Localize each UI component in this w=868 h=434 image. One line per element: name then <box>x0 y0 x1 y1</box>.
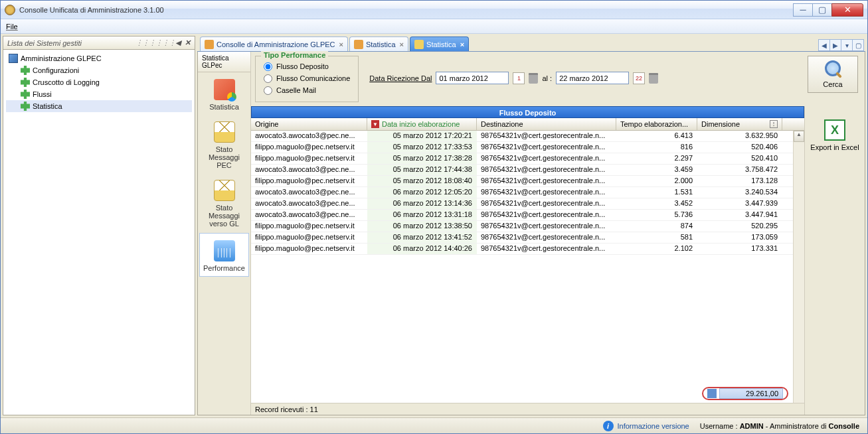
magnifier-icon <box>824 60 842 79</box>
category-bar: Statistica GLPec Statistica Stato Messag… <box>198 52 251 415</box>
date-to-input[interactable] <box>556 72 629 84</box>
table-body[interactable]: awocato3.awocato3@pec.ne...05 marzo 2012… <box>251 131 804 403</box>
clear-to-icon[interactable] <box>649 73 658 84</box>
table-row[interactable]: filippo.maguolo@pec.netserv.it05 marzo 2… <box>251 142 804 153</box>
group-legend: Tipo Performance <box>261 51 328 59</box>
radio-flusso-deposito[interactable]: Flusso Deposito <box>264 60 350 72</box>
col-destinazione[interactable]: Destinazione <box>477 118 616 130</box>
cat-stato-pec[interactable]: Stato Messaggi PEC <box>198 115 250 173</box>
close-button[interactable]: ✕ <box>831 3 863 17</box>
performance-icon <box>214 240 235 261</box>
statistics-icon <box>214 79 235 100</box>
radio-caselle-mail[interactable]: Caselle Mail <box>264 84 350 96</box>
cat-performance[interactable]: Performance <box>199 233 249 277</box>
column-picker-icon[interactable]: ⋮ <box>770 120 778 128</box>
total-value: 29.261,00 <box>719 388 783 399</box>
sort-desc-icon: ▼ <box>371 120 379 128</box>
tab-bar: Consolle di Amministrazione GLPEC × Stat… <box>197 36 865 52</box>
date-from-input[interactable] <box>436 72 509 84</box>
from-label: Data Ricezione Dal <box>369 74 432 82</box>
puzzle-icon <box>21 78 30 87</box>
col-dimensione[interactable]: Dimensione ⋮ <box>697 118 782 130</box>
tab-list-button[interactable]: ▾ <box>841 39 853 51</box>
system-icon <box>9 54 18 63</box>
collapse-icon[interactable]: ◀ <box>175 38 181 47</box>
total-box: 29.261,00 <box>702 387 788 400</box>
tab-next-button[interactable]: ▶ <box>829 39 841 51</box>
table-header: Origine ▼ Data inizio elaborazione Desti… <box>251 118 804 131</box>
menu-file[interactable]: File <box>6 23 18 31</box>
tab-icon <box>354 40 363 49</box>
col-data-inizio[interactable]: ▼ Data inizio elaborazione <box>367 118 477 130</box>
table-row[interactable]: filippo.maguolo@pec.netserv.it06 marzo 2… <box>251 221 804 232</box>
table-row[interactable]: filippo.maguolo@pec.netserv.it06 marzo 2… <box>251 232 804 244</box>
window-title: Consolle Unificata di Amministrazione 3.… <box>19 6 794 14</box>
puzzle-icon <box>21 90 30 99</box>
app-icon <box>5 5 15 15</box>
tree-root[interactable]: Amministrazione GLPEC <box>6 52 192 64</box>
table-row[interactable]: awocato3.awocato3@pec.ne...05 marzo 2012… <box>251 165 804 176</box>
tab-icon <box>414 40 424 49</box>
perf-type-group: Tipo Performance Flusso Deposito Flusso … <box>255 56 359 102</box>
tab-prev-button[interactable]: ◀ <box>818 39 830 51</box>
calendar-to-icon[interactable]: 22 <box>633 72 645 84</box>
category-header[interactable]: Statistica GLPec <box>198 52 250 72</box>
envelope-icon <box>214 121 235 143</box>
excel-icon <box>824 119 845 141</box>
tab-icon <box>205 40 214 49</box>
radio-flusso-comunicazione[interactable]: Flusso Comunicazione <box>264 72 350 84</box>
systems-panel-header: Lista dei Sistemi gestiti ⋮⋮⋮⋮⋮⋮ ◀ ✕ <box>3 36 195 50</box>
record-count: Record ricevuti : 11 <box>251 403 804 415</box>
app-window: Consolle Unificata di Amministrazione 3.… <box>0 0 868 434</box>
puzzle-icon <box>21 66 30 75</box>
puzzle-icon <box>21 102 30 111</box>
table-row[interactable]: filippo.maguolo@pec.netserv.it05 marzo 2… <box>251 153 804 165</box>
tab-close-icon[interactable]: × <box>460 40 464 48</box>
tree-item-cruscotto[interactable]: Cruscotto di Logging <box>6 76 192 88</box>
titlebar[interactable]: Consolle Unificata di Amministrazione 3.… <box>1 1 867 19</box>
col-origine[interactable]: Origine <box>251 118 367 130</box>
scroll-up-icon[interactable]: ▲ <box>794 131 804 142</box>
table-title: Flusso Deposito <box>251 106 804 118</box>
table-row[interactable]: filippo.maguolo@pec.netserv.it05 marzo 2… <box>251 176 804 187</box>
version-link[interactable]: Informazione versione <box>618 422 689 430</box>
panel-grip-icon[interactable]: ⋮⋮⋮⋮⋮⋮ <box>135 38 175 47</box>
filter-row: Tipo Performance Flusso Deposito Flusso … <box>251 52 865 106</box>
systems-panel: Lista dei Sistemi gestiti ⋮⋮⋮⋮⋮⋮ ◀ ✕ Amm… <box>3 36 195 415</box>
tab-statistica-2[interactable]: Statistica × <box>410 36 469 51</box>
username-label: Username : ADMIN - Amministratore di Con… <box>700 422 859 430</box>
to-label: al : <box>542 74 552 82</box>
table-row[interactable]: awocato3.awocato3@pec.ne...06 marzo 2012… <box>251 210 804 221</box>
menubar: File <box>1 19 867 34</box>
minimize-button[interactable]: ─ <box>793 3 813 17</box>
date-filter: Data Ricezione Dal 1 al : 22 <box>369 72 658 84</box>
calendar-from-icon[interactable]: 1 <box>513 72 525 84</box>
tab-max-button[interactable]: ▢ <box>852 39 864 51</box>
maximize-button[interactable]: ▢ <box>812 3 832 17</box>
statusbar: i Informazione versione Username : ADMIN… <box>1 417 867 433</box>
clear-from-icon[interactable] <box>529 73 538 84</box>
col-tempo[interactable]: Tempo elaborazion... <box>616 118 697 130</box>
tree-item-flussi[interactable]: Flussi <box>6 88 192 100</box>
info-icon[interactable]: i <box>603 421 614 431</box>
envelope-icon <box>214 180 235 201</box>
tab-close-icon[interactable]: × <box>339 40 343 48</box>
export-excel-button[interactable]: Export in Excel <box>809 119 861 151</box>
table-row[interactable]: awocato3.awocato3@pec.ne...05 marzo 2012… <box>251 131 804 142</box>
cat-statistica[interactable]: Statistica <box>198 72 250 115</box>
sum-icon <box>707 389 717 398</box>
tab-close-icon[interactable]: × <box>400 40 404 48</box>
cat-stato-gl[interactable]: Stato Messaggi verso GL <box>198 173 250 232</box>
systems-tree: Amministrazione GLPEC Configurazioni Cru… <box>3 50 195 415</box>
table-row[interactable]: awocato3.awocato3@pec.ne...06 marzo 2012… <box>251 187 804 198</box>
table-row[interactable]: awocato3.awocato3@pec.ne...06 marzo 2012… <box>251 198 804 210</box>
table-row[interactable]: filippo.maguolo@pec.netserv.it06 marzo 2… <box>251 244 804 255</box>
tree-item-configurazioni[interactable]: Configurazioni <box>6 64 192 76</box>
tree-item-statistica[interactable]: Statistica <box>6 100 192 112</box>
panel-close-icon[interactable]: ✕ <box>185 38 191 47</box>
search-button[interactable]: Cerca <box>808 56 858 93</box>
tab-admin[interactable]: Consolle di Amministrazione GLPEC × <box>200 36 348 51</box>
tab-statistica-1[interactable]: Statistica × <box>349 36 408 51</box>
